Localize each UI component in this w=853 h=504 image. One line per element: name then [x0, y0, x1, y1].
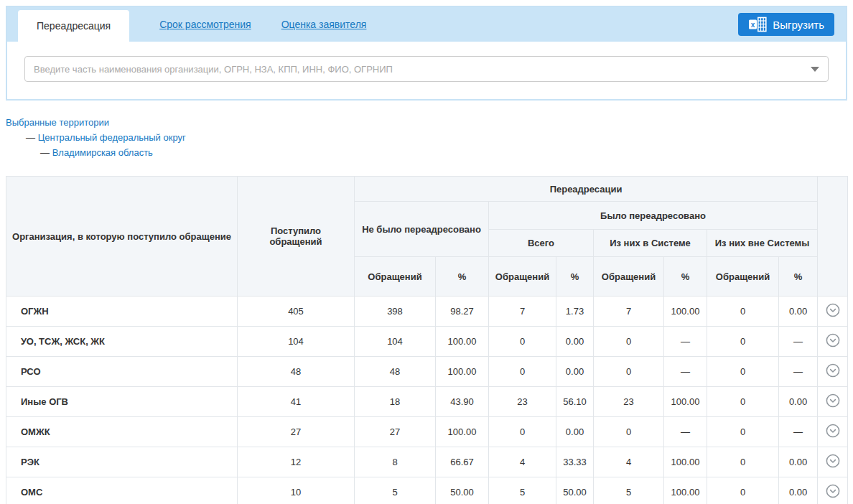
redirected-count-cell: 5 [489, 477, 556, 504]
redirected-count-cell: 4 [489, 447, 556, 477]
col-header-received: Поступило обращений [238, 177, 355, 297]
received-cell: 405 [238, 297, 355, 327]
out-system-count-cell: 0 [707, 417, 779, 447]
col-header-organization: Организация, в которую поступило обращен… [6, 177, 238, 297]
org-cell: ОГЖН [6, 297, 238, 327]
received-cell: 27 [238, 417, 355, 447]
redirected-count-cell: 0 [489, 327, 556, 357]
tab-applicant-rating[interactable]: Оценка заявителя [281, 19, 367, 30]
col-header-appeals: Обращений [594, 257, 664, 297]
not-redirected-pct-cell: 43.90 [436, 387, 489, 417]
in-system-count-cell: 4 [594, 447, 664, 477]
table-row: ОМС 10 5 50.00 5 50.00 5 100.00 0 0.00 [6, 477, 848, 504]
redirected-pct-cell: 50.00 [556, 477, 594, 504]
territories-title[interactable]: Выбранные территории [6, 117, 109, 128]
chevron-down-circle-icon[interactable] [825, 453, 841, 469]
out-system-pct-cell: — [779, 327, 818, 357]
table-row: РЭК 12 8 66.67 4 33.33 4 100.00 0 0.00 [6, 447, 848, 477]
chevron-down-circle-icon[interactable] [825, 302, 841, 318]
col-header-redirections-group: Переадресации [355, 177, 818, 202]
tab-redirection-label: Переадресация [37, 20, 111, 32]
not-redirected-count-cell: 398 [355, 297, 436, 327]
out-system-count-cell: 0 [707, 297, 779, 327]
received-cell: 104 [238, 327, 355, 357]
redirected-pct-cell: 0.00 [556, 327, 594, 357]
export-button[interactable]: x Выгрузить [738, 13, 834, 36]
out-system-count-cell: 0 [707, 387, 779, 417]
redirected-pct-cell: 56.10 [556, 387, 594, 417]
col-header-appeals: Обращений [355, 257, 436, 297]
not-redirected-pct-cell: 100.00 [436, 357, 489, 387]
svg-text:x: x [751, 21, 755, 29]
out-system-count-cell: 0 [707, 357, 779, 387]
in-system-pct-cell: — [664, 357, 707, 387]
territory-link-federal-district[interactable]: Центральный федеральный округ [38, 132, 186, 143]
out-system-pct-cell: 0.00 [779, 387, 818, 417]
col-header-percent: % [436, 257, 489, 297]
redirected-pct-cell: 1.73 [556, 297, 594, 327]
search-area [7, 42, 846, 99]
org-cell: УО, ТСЖ, ЖСК, ЖК [6, 327, 238, 357]
not-redirected-count-cell: 8 [355, 447, 436, 477]
redirected-pct-cell: 33.33 [556, 447, 594, 477]
chevron-down-circle-icon[interactable] [825, 483, 841, 499]
in-system-count-cell: 0 [594, 327, 664, 357]
received-cell: 41 [238, 387, 355, 417]
filter-panel: Переадресация Срок рассмотрения Оценка з… [6, 6, 847, 101]
tab-redirection[interactable]: Переадресация [18, 10, 129, 42]
not-redirected-count-cell: 5 [355, 477, 436, 504]
table-row: РСО 48 48 100.00 0 0.00 0 — 0 — [6, 357, 848, 387]
col-header-in-system: Из них в Системе [594, 230, 707, 257]
out-system-pct-cell: 0.00 [779, 297, 818, 327]
chevron-down-circle-icon[interactable] [825, 393, 841, 409]
territory-dash: — [26, 132, 35, 143]
tab-bar: Переадресация Срок рассмотрения Оценка з… [7, 7, 846, 42]
col-header-percent: % [779, 257, 818, 297]
not-redirected-pct-cell: 100.00 [436, 327, 489, 357]
table-row: УО, ТСЖ, ЖСК, ЖК 104 104 100.00 0 0.00 0… [6, 327, 848, 357]
col-header-appeals: Обращений [489, 257, 556, 297]
not-redirected-count-cell: 27 [355, 417, 436, 447]
chevron-down-circle-icon[interactable] [825, 363, 841, 378]
in-system-pct-cell: 100.00 [664, 387, 707, 417]
in-system-pct-cell: 100.00 [664, 477, 707, 504]
organization-search-input[interactable] [24, 56, 829, 82]
in-system-count-cell: 23 [594, 387, 664, 417]
chevron-down-circle-icon[interactable] [825, 332, 841, 348]
not-redirected-count-cell: 18 [355, 387, 436, 417]
territory-link-region[interactable]: Владимирская область [52, 147, 153, 158]
in-system-pct-cell: — [664, 327, 707, 357]
received-cell: 48 [238, 357, 355, 387]
redirected-count-cell: 0 [489, 357, 556, 387]
chevron-down-icon[interactable] [811, 67, 819, 72]
col-header-percent: % [556, 257, 594, 297]
redirected-pct-cell: 0.00 [556, 417, 594, 447]
out-system-count-cell: 0 [707, 447, 779, 477]
table-row: Иные ОГВ 41 18 43.90 23 56.10 23 100.00 … [6, 387, 848, 417]
redirections-table: Организация, в которую поступило обращен… [6, 176, 848, 504]
out-system-pct-cell: 0.00 [779, 477, 818, 504]
in-system-count-cell: 0 [594, 357, 664, 387]
table-row: ОМЖК 27 27 100.00 0 0.00 0 — 0 — [6, 417, 848, 447]
in-system-count-cell: 7 [594, 297, 664, 327]
out-system-pct-cell: — [779, 357, 818, 387]
redirected-count-cell: 7 [489, 297, 556, 327]
received-cell: 12 [238, 447, 355, 477]
redirected-count-cell: 23 [489, 387, 556, 417]
col-header-out-system: Из них вне Системы [707, 230, 818, 257]
in-system-count-cell: 5 [594, 477, 664, 504]
not-redirected-pct-cell: 66.67 [436, 447, 489, 477]
in-system-pct-cell: 100.00 [664, 297, 707, 327]
col-header-not-redirected: Не было переадресовано [355, 202, 489, 257]
out-system-count-cell: 0 [707, 327, 779, 357]
col-header-percent: % [664, 257, 707, 297]
tab-review-period[interactable]: Срок рассмотрения [159, 19, 251, 30]
col-header-appeals: Обращений [707, 257, 779, 297]
not-redirected-pct-cell: 100.00 [436, 417, 489, 447]
out-system-pct-cell: 0.00 [779, 447, 818, 477]
chevron-down-circle-icon[interactable] [825, 423, 841, 439]
org-cell: РСО [6, 357, 238, 387]
org-cell: Иные ОГВ [6, 387, 238, 417]
col-header-redirected: Было переадресовано [489, 202, 818, 230]
not-redirected-pct-cell: 50.00 [436, 477, 489, 504]
